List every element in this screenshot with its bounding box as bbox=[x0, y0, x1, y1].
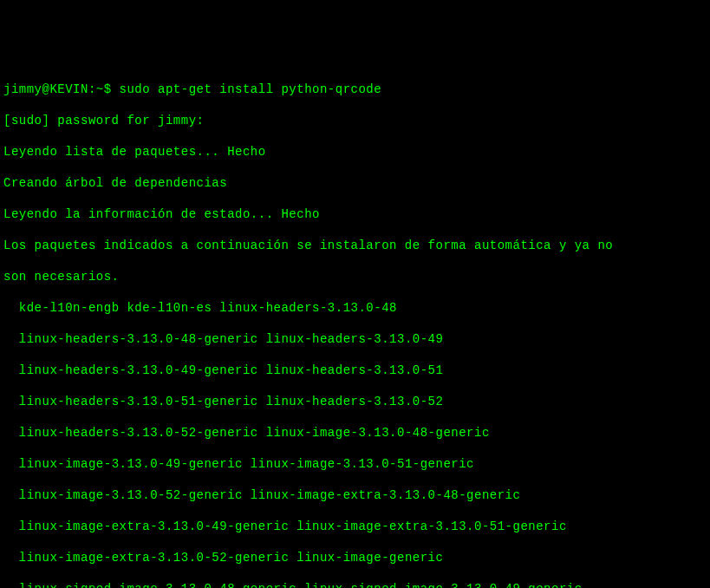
terminal-line: linux-headers-3.13.0-48-generic linux-he… bbox=[3, 331, 707, 347]
terminal-line: Leyendo lista de paquetes... Hecho bbox=[3, 144, 707, 160]
terminal-line: linux-image-3.13.0-49-generic linux-imag… bbox=[3, 456, 707, 472]
terminal-line: linux-image-extra-3.13.0-49-generic linu… bbox=[3, 519, 707, 534]
terminal-line: linux-headers-3.13.0-51-generic linux-he… bbox=[3, 394, 707, 409]
terminal-line: Creando árbol de dependencias bbox=[3, 175, 707, 191]
terminal-line: linux-image-extra-3.13.0-52-generic linu… bbox=[3, 550, 707, 565]
terminal-line: [sudo] password for jimmy: bbox=[3, 113, 707, 128]
terminal-line: linux-signed-image-3.13.0-48-generic lin… bbox=[3, 581, 707, 588]
terminal-line: linux-image-3.13.0-52-generic linux-imag… bbox=[3, 487, 707, 503]
terminal-line: linux-headers-3.13.0-52-generic linux-im… bbox=[3, 425, 707, 441]
terminal-line: Leyendo la información de estado... Hech… bbox=[3, 206, 707, 222]
terminal-line: son necesarios. bbox=[3, 269, 707, 284]
terminal-line: jimmy@KEVIN:~$ sudo apt-get install pyth… bbox=[3, 82, 707, 97]
terminal-line: Los paquetes indicados a continuación se… bbox=[3, 238, 707, 253]
terminal-line: linux-headers-3.13.0-49-generic linux-he… bbox=[3, 363, 707, 378]
terminal-line: kde-l10n-engb kde-l10n-es linux-headers-… bbox=[3, 300, 707, 316]
terminal-output[interactable]: jimmy@KEVIN:~$ sudo apt-get install pyth… bbox=[3, 66, 707, 588]
